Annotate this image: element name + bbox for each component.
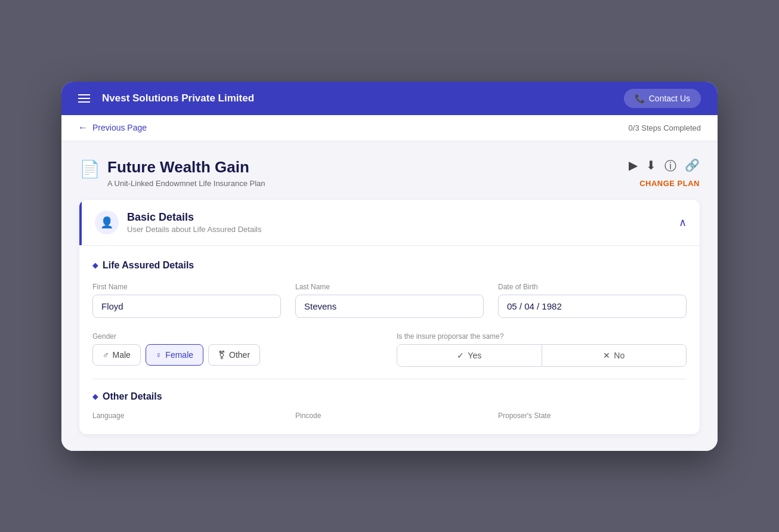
phone-icon: 📞 (635, 94, 645, 103)
gender-group: Gender ♂ Male ♀ Female ⚧ (92, 332, 382, 367)
change-plan-button[interactable]: CHANGE PLAN (639, 179, 700, 188)
dob-input[interactable] (498, 295, 687, 318)
diamond-icon: ◆ (92, 261, 98, 270)
proposer-state-label: Proposer's State (498, 412, 687, 420)
other-details-section-title: ◆ Other Details (92, 391, 687, 402)
proposer-group: Is the insure proporsar the same? ✓ Yes … (397, 332, 687, 367)
gender-toggle-group: ♂ Male ♀ Female ⚧ Other (92, 344, 382, 366)
app-header: Nvest Solutions Private Limited 📞 Contac… (61, 82, 718, 115)
dob-group: Date of Birth (498, 283, 687, 318)
basic-details-title: Basic Details (127, 211, 261, 224)
proposer-label: Is the insure proporsar the same? (397, 332, 687, 341)
male-icon: ♂ (103, 350, 109, 360)
proposer-state-group: Proposer's State (498, 412, 687, 420)
gender-proposer-grid: Gender ♂ Male ♀ Female ⚧ (92, 332, 687, 367)
other-gender-icon: ⚧ (218, 350, 225, 360)
form-card: 👤 Basic Details User Details about Life … (79, 200, 700, 434)
other-diamond-icon: ◆ (92, 392, 98, 401)
pincode-group: Pincode (295, 412, 484, 420)
yes-no-toggle: ✓ Yes ✕ No (397, 344, 687, 367)
gender-other-button[interactable]: ⚧ Other (208, 344, 260, 366)
gender-female-button[interactable]: ♀ Female (146, 344, 203, 366)
form-content: ◆ Life Assured Details First Name Last N… (79, 245, 700, 434)
x-icon: ✕ (603, 351, 610, 360)
female-icon: ♀ (156, 350, 162, 360)
back-button[interactable]: ← Previous Page (78, 122, 147, 133)
last-name-label: Last Name (295, 283, 484, 291)
gender-label: Gender (92, 332, 382, 341)
pincode-label: Pincode (295, 412, 484, 420)
plan-title: Future Wealth Gain (107, 158, 265, 177)
name-dob-grid: First Name Last Name Date of Birth (92, 283, 687, 318)
basic-details-header: 👤 Basic Details User Details about Life … (79, 200, 700, 245)
basic-details-subtitle: User Details about Life Assured Details (127, 225, 261, 234)
plan-subtitle: A Unit-Linked Endowmnet Life Insurance P… (107, 179, 265, 188)
language-label: Language (92, 412, 281, 420)
collapse-chevron-icon[interactable]: ∧ (679, 216, 687, 229)
hamburger-menu-icon[interactable] (78, 94, 90, 103)
section-divider (92, 379, 687, 379)
download-icon[interactable]: ⬇ (646, 158, 656, 174)
language-group: Language (92, 412, 281, 420)
nav-bar: ← Previous Page 0/3 Steps Completed (61, 115, 718, 141)
check-icon: ✓ (457, 351, 464, 360)
play-icon[interactable]: ▶ (629, 158, 638, 174)
last-name-group: Last Name (295, 283, 484, 318)
last-name-input[interactable] (295, 295, 484, 318)
first-name-input[interactable] (92, 295, 281, 318)
gender-male-button[interactable]: ♂ Male (92, 344, 141, 366)
basic-details-avatar-icon: 👤 (95, 211, 119, 234)
dob-label: Date of Birth (498, 283, 687, 291)
steps-completed: 0/3 Steps Completed (629, 123, 701, 132)
back-arrow-icon: ← (78, 122, 88, 133)
yes-button[interactable]: ✓ Yes (397, 345, 542, 366)
first-name-label: First Name (92, 283, 281, 291)
info-icon[interactable]: ⓘ (664, 158, 676, 174)
plan-header: 📄 Future Wealth Gain A Unit-Linked Endow… (79, 158, 700, 188)
link-icon[interactable]: 🔗 (685, 158, 700, 174)
plan-document-icon: 📄 (79, 159, 100, 179)
contact-us-button[interactable]: 📞 Contact Us (624, 89, 701, 108)
app-title: Nvest Solutions Private Limited (102, 92, 254, 104)
main-content: 📄 Future Wealth Gain A Unit-Linked Endow… (61, 141, 718, 451)
first-name-group: First Name (92, 283, 281, 318)
life-assured-section-title: ◆ Life Assured Details (92, 260, 687, 271)
no-button[interactable]: ✕ No (542, 345, 687, 366)
other-details-grid: Language Pincode Proposer's State (92, 412, 687, 420)
